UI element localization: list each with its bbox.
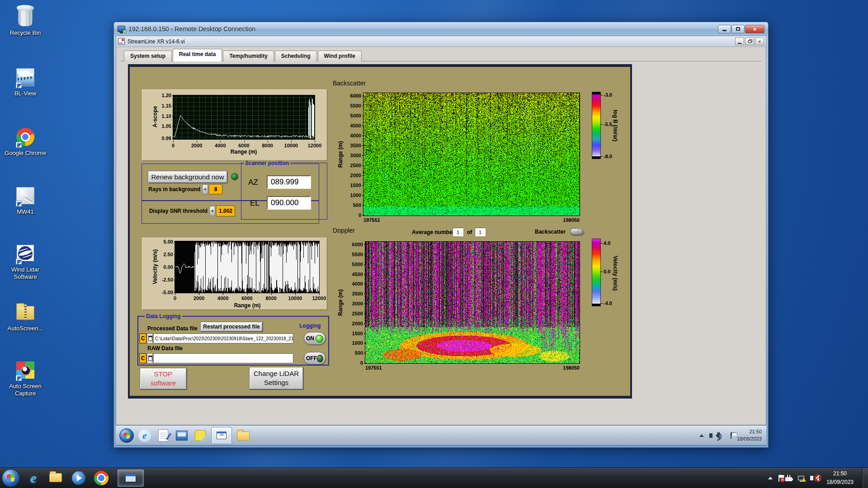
raw-logging-off-button[interactable]: OFF bbox=[304, 352, 326, 365]
remote-taskbar-app-icon[interactable] bbox=[174, 428, 189, 443]
taskbar-chrome-icon[interactable] bbox=[92, 469, 110, 487]
backscatter-y-tick: 1500 bbox=[338, 183, 361, 188]
taskbar-explorer-icon[interactable] bbox=[47, 469, 65, 487]
az-label: AZ bbox=[248, 178, 258, 187]
tab-scheduling[interactable]: Scheduling bbox=[275, 51, 317, 61]
raw-file-browse-icon[interactable] bbox=[147, 353, 153, 363]
desktop-icon-google-chrome[interactable]: Google Chrome bbox=[1, 127, 50, 157]
backscatter-toggle[interactable] bbox=[570, 228, 584, 235]
taskbar-ie-icon[interactable]: e bbox=[24, 469, 42, 487]
raw-data-file-label: RAW Data file bbox=[147, 345, 183, 352]
raw-file-path-field[interactable] bbox=[153, 353, 293, 363]
tray-action-center-icon[interactable] bbox=[778, 475, 779, 482]
remote-taskbar-notepad-icon[interactable] bbox=[156, 428, 171, 443]
backscatter-x-start: 197551 bbox=[363, 217, 380, 223]
stop-software-button[interactable]: STOP software bbox=[140, 368, 187, 389]
doppler-y-tick: 2500 bbox=[340, 311, 363, 316]
tray-chevron-icon[interactable] bbox=[768, 477, 773, 479]
rays-value-field[interactable]: 8 bbox=[209, 184, 222, 194]
backscatter-cbar-tick: -8.0 bbox=[604, 154, 622, 159]
ascope-y-tick: 1.10 bbox=[148, 113, 171, 119]
app-close-button[interactable]: × bbox=[755, 38, 764, 45]
remote-clock-time: 21:50 bbox=[737, 428, 762, 436]
remote-taskbar-ie-icon[interactable]: e bbox=[137, 428, 152, 443]
doppler-y-tick: 5000 bbox=[340, 262, 363, 267]
snr-value-field[interactable]: 1.002 bbox=[216, 206, 235, 216]
remote-clock[interactable]: 21:50 18/09/2023 bbox=[737, 428, 762, 443]
rdp-titlebar[interactable]: 192.168.0.150 - Remote Desktop Connectio… bbox=[114, 22, 768, 36]
az-value-field[interactable]: 089.999 bbox=[267, 175, 311, 189]
backscatter-y-tick: 0 bbox=[338, 212, 361, 218]
desktop-icon-autoscreen-zip[interactable]: AutoScreen... bbox=[1, 302, 50, 332]
mw41-icon bbox=[14, 185, 36, 207]
start-button[interactable] bbox=[2, 469, 20, 487]
tray-volume-muted-icon[interactable] bbox=[810, 476, 813, 480]
processed-file-browse-icon[interactable] bbox=[147, 333, 153, 343]
el-label: EL bbox=[250, 199, 259, 208]
backscatter-cbar-tick: -3.0 bbox=[604, 92, 622, 98]
remote-taskbar-notes-icon[interactable] bbox=[193, 428, 208, 443]
rdp-window: 192.168.0.150 - Remote Desktop Connectio… bbox=[113, 22, 769, 448]
velocity-y-tick: -5.00 bbox=[150, 290, 173, 295]
shortcut-arrow-icon bbox=[16, 82, 22, 88]
app-titlebar[interactable]: StreamLine XR v14-6.vi × bbox=[116, 36, 766, 47]
ascope-x-tick: 10000 bbox=[278, 143, 305, 148]
backscatter-y-tick: 4000 bbox=[338, 133, 361, 138]
velocity-y-tick: 0.00 bbox=[150, 264, 173, 270]
backscatter-title: Backscatter bbox=[333, 80, 366, 87]
taskbar-media-player-icon[interactable] bbox=[70, 469, 88, 487]
velocity-x-tick: 10000 bbox=[282, 296, 309, 301]
remote-start-button[interactable] bbox=[119, 428, 134, 443]
scanner-position-title: Scanner position bbox=[244, 160, 290, 166]
remote-tray-volume-icon[interactable] bbox=[709, 433, 712, 438]
backscatter-y-tick: 4500 bbox=[338, 123, 361, 128]
snr-spinner[interactable] bbox=[209, 206, 215, 216]
remote-taskbar-folder-icon[interactable] bbox=[235, 428, 250, 443]
backscatter-y-tick: 3500 bbox=[338, 143, 361, 148]
tray-power-icon[interactable] bbox=[785, 477, 792, 481]
app-title: StreamLine XR v14-6.vi bbox=[127, 38, 185, 45]
tab-wind-profile[interactable]: Wind profile bbox=[318, 51, 362, 61]
desktop-icon-mw41[interactable]: MW41 bbox=[1, 185, 50, 216]
taskbar-rdp-active-button[interactable] bbox=[118, 469, 144, 487]
maximize-button[interactable] bbox=[731, 25, 745, 33]
renew-background-button[interactable]: Renew background now bbox=[148, 171, 227, 183]
desktop-icon-wind-lidar[interactable]: Wind Lidar Software bbox=[1, 243, 50, 280]
desktop-icon-label: MW41 bbox=[1, 208, 50, 216]
ascope-x-axis-label: Range (m) bbox=[217, 149, 271, 155]
tab-system-setup[interactable]: System setup bbox=[124, 51, 172, 61]
raw-drive-selector[interactable]: C bbox=[139, 353, 146, 363]
doppler-y-tick: 4500 bbox=[340, 272, 363, 277]
average-number-field[interactable]: 1 bbox=[453, 228, 463, 236]
desktop-icon-bl-view[interactable]: BL-View bbox=[1, 67, 50, 97]
remote-desktop-icon bbox=[118, 26, 125, 32]
remote-taskbar-streamline-button[interactable]: XR bbox=[211, 427, 232, 444]
remote-tray-action-center-icon[interactable] bbox=[731, 432, 731, 439]
velocity-x-tick: 6000 bbox=[234, 296, 261, 301]
processed-file-path-field[interactable]: C:\Lidar\Data\Proc\2023\202309\20230918\… bbox=[153, 333, 293, 343]
processed-drive-selector[interactable]: C bbox=[139, 333, 146, 343]
processed-logging-on-button[interactable]: ON bbox=[304, 332, 326, 345]
ascope-y-tick: 1.15 bbox=[148, 103, 171, 108]
doppler-cbar-tick: 4.0 bbox=[604, 240, 622, 246]
close-button[interactable]: × bbox=[745, 25, 764, 33]
desktop-icon-auto-screen-capture[interactable]: Auto Screen Capture bbox=[1, 360, 50, 397]
change-lidar-settings-button[interactable]: Change LiDAR Settings bbox=[249, 367, 303, 389]
minimize-button[interactable] bbox=[718, 25, 731, 33]
desktop-icon-recycle-bin[interactable]: Recycle Bin bbox=[1, 6, 50, 37]
app-minimize-button[interactable] bbox=[735, 38, 744, 45]
restart-processed-file-button[interactable]: Restart processed file bbox=[200, 322, 263, 332]
host-clock[interactable]: 21:50 18/09/2023 bbox=[824, 469, 856, 486]
average-total-field[interactable]: 1 bbox=[475, 228, 486, 236]
app-restore-button[interactable] bbox=[745, 38, 754, 45]
rays-spinner[interactable] bbox=[202, 184, 208, 194]
doppler-y-tick: 4000 bbox=[340, 281, 363, 286]
tab-real-time-data[interactable]: Real time data bbox=[173, 49, 222, 61]
remote-tray-chevron-icon[interactable] bbox=[699, 434, 704, 437]
tab-temp-humidity[interactable]: Temp/humidity bbox=[223, 51, 274, 61]
el-value-field[interactable]: 090.000 bbox=[267, 196, 311, 210]
renew-background-led[interactable] bbox=[231, 173, 238, 180]
show-desktop-button[interactable] bbox=[862, 468, 868, 488]
ascope-x-tick: 0 bbox=[160, 143, 187, 148]
tray-network-warning-icon[interactable] bbox=[798, 476, 804, 480]
